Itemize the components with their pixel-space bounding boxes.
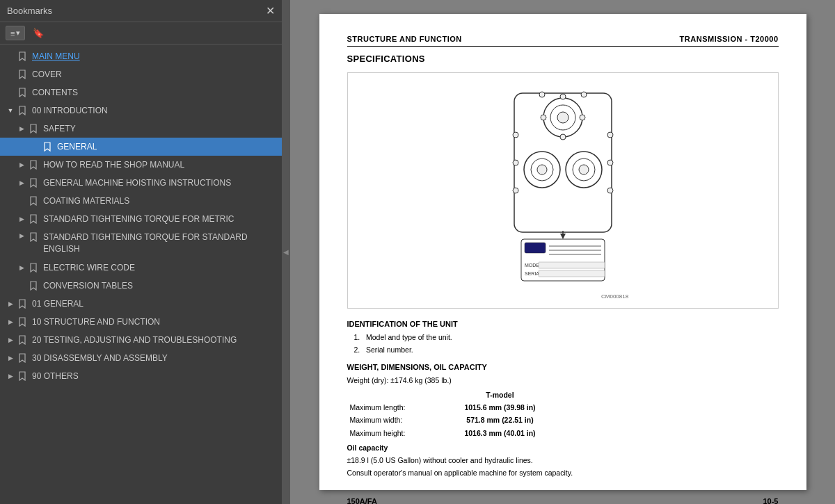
bookmark-label-how-to-read: HOW TO READ THE SHOP MANUAL	[43, 160, 184, 170]
bookmark-icon-std-english	[28, 232, 39, 242]
list-options-button[interactable]: ≡ ▾	[6, 26, 25, 40]
bookmark-item-contents[interactable]: CONTENTS	[0, 83, 282, 101]
bookmark-label-general: GENERAL	[57, 142, 97, 152]
expand-placeholder	[6, 53, 15, 60]
svg-point-27	[513, 188, 518, 193]
doc-image-container: MODEL SERIAL CM000818	[347, 72, 779, 309]
bookmark-icon-00-intro	[17, 106, 28, 115]
bookmark-item-20-testing[interactable]: ▶ 20 TESTING, ADJUSTING AND TROUBLESHOOT…	[0, 331, 282, 349]
bookmark-item-electric-wire[interactable]: ▶ ELECTRIC WIRE CODE	[0, 259, 282, 277]
expand-placeholder-conversion	[17, 282, 26, 289]
dim-width-label: Maximum width:	[347, 414, 445, 426]
bookmark-item-std-english[interactable]: ▶ STANDARD TIGHTENING TORQUE FOR STANDAR…	[0, 228, 282, 259]
bookmark-icon-coating	[28, 196, 39, 206]
bookmark-icon-general	[42, 142, 53, 152]
expand-arrow-20-testing: ▶	[6, 336, 15, 343]
svg-point-32	[581, 92, 587, 97]
bookmark-label-contents: CONTENTS	[32, 88, 78, 97]
expand-placeholder-general	[31, 143, 40, 150]
expand-arrow-how-to-read: ▶	[17, 161, 26, 168]
bookmark-icon: 🔖	[33, 28, 44, 38]
bookmark-item-cover[interactable]: COVER	[0, 65, 282, 83]
bookmarks-toolbar: ≡ ▾ 🔖	[0, 22, 282, 44]
drag-arrow-icon: ◀	[283, 248, 289, 256]
dim-length-label: Maximum length:	[347, 401, 445, 414]
bookmark-label-20-testing: 20 TESTING, ADJUSTING AND TROUBLESHOOTIN…	[32, 335, 237, 345]
bookmark-item-safety[interactable]: ▶ SAFETY	[0, 120, 282, 138]
bookmark-label-cover: COVER	[32, 70, 62, 79]
bookmarks-list: MAIN MENU COVER CONTENTS ▼ 00 INTRODUCTI…	[0, 44, 282, 504]
dim-height-label: Maximum height:	[347, 427, 445, 439]
close-button[interactable]: ✕	[266, 4, 275, 17]
bookmark-item-hoisting[interactable]: ▶ GENERAL MACHINE HOISTING INSTRUCTIONS	[0, 174, 282, 192]
svg-marker-24	[560, 234, 566, 239]
panel-resize-handle[interactable]: ◀	[282, 0, 290, 504]
bookmark-item-general[interactable]: GENERAL	[0, 138, 282, 156]
expand-arrow-00-intro: ▼	[6, 107, 15, 114]
bookmark-item-std-metric[interactable]: ▶ STANDARD TIGHTENING TORQUE FOR METRIC	[0, 210, 282, 228]
doc-body: IDENTIFICATION OF THE UNIT 1. Model and …	[347, 318, 779, 479]
dim-width-row: Maximum width: 571.8 mm (22.51 in)	[347, 414, 779, 426]
bookmark-label-conversion: CONVERSION TABLES	[43, 281, 133, 291]
bookmark-item-10-struct[interactable]: ▶ 10 STRUCTURE AND FUNCTION	[0, 313, 282, 331]
id-item-1: 1. Model and type of the unit.	[354, 332, 779, 343]
bookmark-icon-conversion	[28, 281, 39, 291]
oil-title: Oil capacity	[347, 442, 779, 453]
bookmark-item-30-disassembly[interactable]: ▶ 30 DISASSEMBLY AND ASSEMBLY	[0, 349, 282, 367]
bookmark-icon-safety	[28, 124, 39, 133]
oil-note: Consult operator's manual on applicable …	[347, 467, 779, 478]
bookmark-item-conversion[interactable]: CONVERSION TABLES	[0, 277, 282, 295]
svg-point-31	[539, 92, 545, 97]
bookmark-label-hoisting: GENERAL MACHINE HOISTING INSTRUCTIONS	[43, 178, 231, 188]
bookmark-item-90-others[interactable]: ▶ 90 OTHERS	[0, 367, 282, 385]
document-page: STRUCTURE AND FUNCTION TRANSMISSION - T2…	[319, 14, 806, 490]
svg-point-3	[557, 112, 568, 123]
bookmark-icon-hoisting	[28, 178, 39, 188]
weight-text: Weight (dry): ±174.6 kg (385 lb.)	[347, 375, 779, 386]
bookmark-view-button[interactable]: 🔖	[28, 25, 49, 41]
bookmark-label-00-intro: 00 INTRODUCTION	[32, 106, 108, 115]
doc-header-left: STRUCTURE AND FUNCTION	[347, 35, 462, 43]
bookmark-item-main-menu[interactable]: MAIN MENU	[0, 47, 282, 65]
document-header: STRUCTURE AND FUNCTION TRANSMISSION - T2…	[347, 35, 779, 47]
svg-point-25	[513, 132, 518, 138]
bookmark-item-01-general[interactable]: ▶ 01 GENERAL	[0, 295, 282, 313]
weight-title: WEIGHT, DIMENSIONS, OIL CAPACITY	[347, 361, 779, 373]
svg-text:CM000818: CM000818	[601, 293, 629, 300]
svg-rect-15	[525, 243, 546, 253]
bookmarks-panel: Bookmarks ✕ ≡ ▾ 🔖 MAIN MENU COVER	[0, 0, 282, 504]
bookmark-icon-contents	[17, 88, 28, 97]
svg-point-30	[607, 188, 613, 193]
svg-point-29	[607, 160, 613, 165]
transmission-illustration: MODEL SERIAL CM000818	[472, 79, 653, 302]
svg-point-4	[560, 94, 566, 99]
svg-point-28	[607, 132, 613, 138]
bookmark-item-00-intro[interactable]: ▼ 00 INTRODUCTION	[0, 101, 282, 120]
bookmark-icon-90-others	[17, 371, 28, 381]
svg-point-10	[537, 165, 547, 174]
bookmark-icon-30-disassembly	[17, 353, 28, 363]
doc-section-title: SPECIFICATIONS	[347, 54, 779, 64]
bookmark-item-coating[interactable]: COATING MATERIALS	[0, 192, 282, 210]
doc-footer: 150A/FA 10-5	[347, 493, 779, 504]
bookmark-label-01-general: 01 GENERAL	[32, 299, 84, 309]
expand-arrow-90-others: ▶	[6, 373, 15, 380]
expand-placeholder	[6, 71, 15, 78]
bookmark-item-how-to-read[interactable]: ▶ HOW TO READ THE SHOP MANUAL	[0, 156, 282, 174]
bookmark-label-electric-wire: ELECTRIC WIRE CODE	[43, 263, 135, 273]
dim-length-row: Maximum length: 1015.6 mm (39.98 in)	[347, 401, 779, 414]
dim-length-value: 1015.6 mm (39.98 in)	[445, 401, 556, 414]
bookmark-icon-10-struct	[17, 317, 28, 327]
bookmarks-title: Bookmarks	[7, 6, 52, 16]
bookmarks-header: Bookmarks ✕	[0, 0, 282, 22]
id-item-2: 2. Serial number.	[354, 344, 779, 355]
svg-point-7	[560, 134, 566, 140]
bookmark-label-safety: SAFETY	[43, 124, 76, 133]
bookmark-icon-how-to-read	[28, 160, 39, 170]
footer-right: 10-5	[763, 497, 778, 504]
svg-rect-20	[539, 262, 605, 268]
bookmark-label-std-metric: STANDARD TIGHTENING TORQUE FOR METRIC	[43, 214, 234, 224]
expand-arrow-30-disassembly: ▶	[6, 355, 15, 361]
bookmark-label-main-menu: MAIN MENU	[32, 51, 80, 61]
bookmark-icon-01-general	[17, 299, 28, 309]
